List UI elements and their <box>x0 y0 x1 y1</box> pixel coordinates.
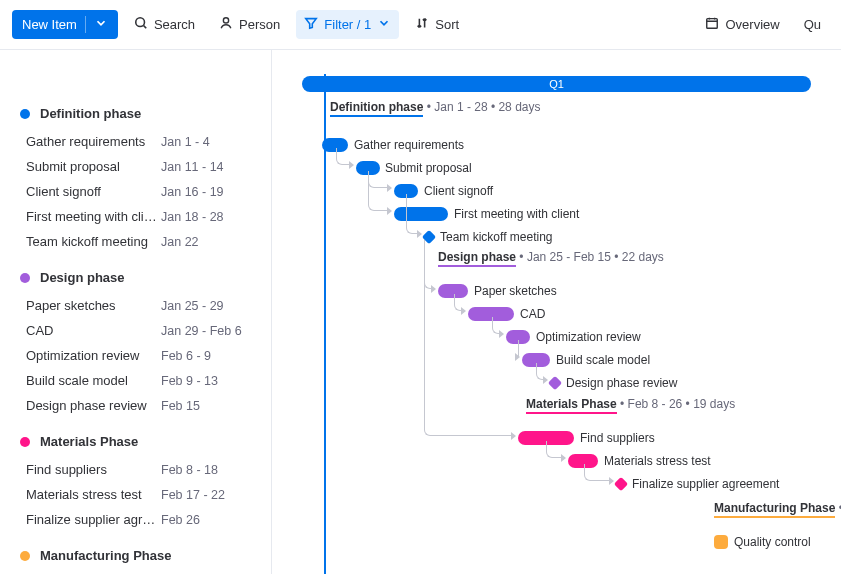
person-label: Person <box>239 17 280 32</box>
svg-point-0 <box>136 18 145 27</box>
group-header[interactable]: Design phase <box>0 262 271 293</box>
quarter-button[interactable]: Qu <box>796 11 829 38</box>
filter-icon <box>304 16 318 33</box>
dependency-arrow <box>561 454 566 462</box>
task-row[interactable]: Finalize supplier agreementFeb 26 <box>0 507 271 532</box>
task-name: Find suppliers <box>26 462 161 477</box>
task-date: Jan 29 - Feb 6 <box>161 324 251 338</box>
group-materials: Materials PhaseFind suppliersFeb 8 - 18M… <box>0 426 271 540</box>
task-date: Jan 22 <box>161 235 251 249</box>
task-date: Jan 16 - 19 <box>161 185 251 199</box>
dependency-arrow <box>349 161 354 169</box>
gantt-bar-label: Materials stress test <box>604 454 711 468</box>
gantt-group-header[interactable]: Definition phase • Jan 1 - 28 • 28 days <box>330 100 540 117</box>
group-design: Design phasePaper sketchesJan 25 - 29CAD… <box>0 262 271 426</box>
task-date: Feb 8 - 18 <box>161 463 251 477</box>
new-item-label: New Item <box>22 17 77 32</box>
dependency-line <box>424 240 512 436</box>
calendar-icon <box>705 16 719 33</box>
group-header[interactable]: Definition phase <box>0 98 271 129</box>
overview-label: Overview <box>725 17 779 32</box>
gantt-group-header[interactable]: Materials Phase • Feb 8 - 26 • 19 days <box>526 397 735 414</box>
task-row[interactable]: CADJan 29 - Feb 6 <box>0 318 271 343</box>
chevron-down-icon <box>377 16 391 33</box>
new-item-button[interactable]: New Item <box>12 10 118 39</box>
group-color-dot <box>20 109 30 119</box>
svg-rect-2 <box>707 19 718 29</box>
svg-point-1 <box>223 18 228 23</box>
gantt-bar-label: CAD <box>520 307 545 321</box>
search-label: Search <box>154 17 195 32</box>
task-date: Feb 6 - 9 <box>161 349 251 363</box>
task-name: Materials stress test <box>26 487 161 502</box>
gantt-bar-label: First meeting with client <box>454 207 579 221</box>
person-button[interactable]: Person <box>211 10 288 39</box>
person-icon <box>219 16 233 33</box>
search-button[interactable]: Search <box>126 10 203 39</box>
group-name: Design phase <box>40 270 125 285</box>
task-row[interactable]: Paper sketchesJan 25 - 29 <box>0 293 271 318</box>
task-date: Feb 15 <box>161 399 251 413</box>
group-header[interactable]: Materials Phase <box>0 426 271 457</box>
gantt-chart[interactable]: Q1 Definition phase • Jan 1 - 28 • 28 da… <box>272 50 841 574</box>
gantt-bar-label: Gather requirements <box>354 138 464 152</box>
dependency-line <box>406 194 418 234</box>
task-date: Feb 9 - 13 <box>161 374 251 388</box>
gantt-milestone[interactable] <box>548 376 562 390</box>
group-color-dot <box>20 551 30 561</box>
task-name: Gather requirements <box>26 134 161 149</box>
filter-button[interactable]: Filter / 1 <box>296 10 399 39</box>
quarter-bar: Q1 <box>302 76 811 92</box>
task-row[interactable]: Team kickoff meetingJan 22 <box>0 229 271 254</box>
task-name: Client signoff <box>26 184 161 199</box>
dependency-line <box>584 464 610 481</box>
task-name: Team kickoff meeting <box>26 234 161 249</box>
dependency-arrow <box>609 477 614 485</box>
task-name: Submit proposal <box>26 159 161 174</box>
task-name: Finalize supplier agreement <box>26 512 161 527</box>
task-name: CAD <box>26 323 161 338</box>
task-row[interactable]: Gather requirementsJan 1 - 4 <box>0 129 271 154</box>
task-name: Design phase review <box>26 398 161 413</box>
gantt-milestone[interactable] <box>614 477 628 491</box>
gantt-bar-label: Optimization review <box>536 330 641 344</box>
group-header[interactable]: Manufacturing Phase <box>0 540 271 571</box>
dependency-arrow <box>387 207 392 215</box>
task-list-panel: Definition phaseGather requirementsJan 1… <box>0 50 272 574</box>
sort-icon <box>415 16 429 33</box>
gantt-bar[interactable] <box>714 535 728 549</box>
gantt-bar-label: Quality control <box>734 535 811 549</box>
filter-label: Filter / 1 <box>324 17 371 32</box>
dependency-line <box>546 441 562 458</box>
gantt-bar-label: Design phase review <box>566 376 677 390</box>
sort-button[interactable]: Sort <box>407 10 467 39</box>
task-date: Jan 18 - 28 <box>161 210 251 224</box>
group-color-dot <box>20 273 30 283</box>
task-date: Feb 26 <box>161 513 251 527</box>
task-row[interactable]: Materials stress testFeb 17 - 22 <box>0 482 271 507</box>
quarter-label: Qu <box>804 17 821 32</box>
task-row[interactable]: Client signoffJan 16 - 19 <box>0 179 271 204</box>
task-date: Feb 17 - 22 <box>161 488 251 502</box>
task-row[interactable]: Submit proposalJan 11 - 14 <box>0 154 271 179</box>
gantt-group-header[interactable]: Manufacturing Phase • Mar 1 <box>714 501 841 518</box>
group-definition: Definition phaseGather requirementsJan 1… <box>0 98 271 262</box>
task-row[interactable]: Build scale modelFeb 9 - 13 <box>0 368 271 393</box>
task-row[interactable]: Find suppliersFeb 8 - 18 <box>0 457 271 482</box>
gantt-bar-label: Submit proposal <box>385 161 472 175</box>
task-row[interactable]: Design phase reviewFeb 15 <box>0 393 271 418</box>
task-date: Jan 1 - 4 <box>161 135 251 149</box>
group-manufacturing: Manufacturing PhaseQuality controlMar 15… <box>0 540 271 574</box>
task-row[interactable]: First meeting with clientJan 18 - 28 <box>0 204 271 229</box>
group-name: Manufacturing Phase <box>40 548 171 563</box>
gantt-bar-label: Finalize supplier agreement <box>632 477 779 491</box>
overview-button[interactable]: Overview <box>697 10 787 39</box>
sort-label: Sort <box>435 17 459 32</box>
search-icon <box>134 16 148 33</box>
task-name: Paper sketches <box>26 298 161 313</box>
task-name: Build scale model <box>26 373 161 388</box>
gantt-bar-label: Client signoff <box>424 184 493 198</box>
dependency-line <box>368 171 388 211</box>
task-row[interactable]: Optimization reviewFeb 6 - 9 <box>0 343 271 368</box>
gantt-bar[interactable] <box>394 207 448 221</box>
